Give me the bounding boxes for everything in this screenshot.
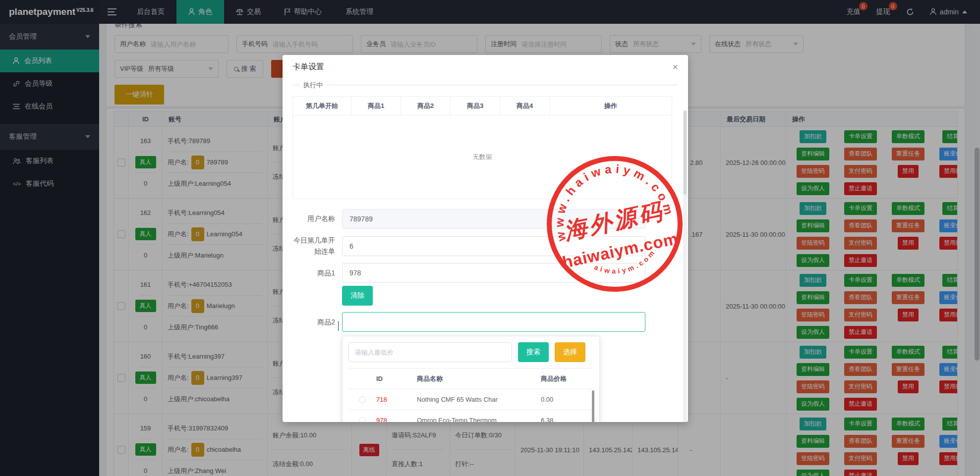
min-price-input[interactable] bbox=[348, 342, 512, 362]
product-price: 6.38 bbox=[541, 417, 593, 422]
product-price: 0.00 bbox=[541, 396, 593, 403]
product-row: 718 Nothing CMF 65 Watts Char 0.00 bbox=[348, 389, 593, 410]
close-icon[interactable]: × bbox=[672, 62, 678, 72]
username-label: 用户名称 bbox=[292, 213, 335, 224]
dropdown-search-button[interactable]: 搜索 bbox=[518, 342, 549, 362]
exec-column-header: 商品4 bbox=[500, 97, 550, 115]
product-radio[interactable] bbox=[359, 396, 366, 403]
product-table-header: ID 商品名称 商品价格 bbox=[348, 369, 593, 389]
product-name: Nothing CMF 65 Watts Char bbox=[417, 396, 541, 403]
dropdown-select-button[interactable]: 选择 bbox=[555, 342, 585, 362]
exec-column-header: 第几单开始 bbox=[293, 97, 351, 115]
product2-label: 商品2 bbox=[292, 317, 335, 328]
executing-section: 执行中 bbox=[292, 85, 678, 85]
exec-column-header: 商品1 bbox=[351, 97, 401, 115]
modal-title: 卡单设置 bbox=[292, 62, 324, 72]
product-picker-dropdown: 搜索 选择 ID 商品名称 商品价格 718 Nothing CMF 65 Wa… bbox=[342, 336, 600, 422]
product2-input[interactable] bbox=[342, 312, 645, 332]
product-table-scrollbar[interactable] bbox=[592, 390, 594, 422]
product-radio[interactable] bbox=[359, 417, 366, 422]
product-table: ID 商品名称 商品价格 718 Nothing CMF 65 Watts Ch… bbox=[348, 368, 593, 422]
product1-label: 商品1 bbox=[292, 268, 335, 279]
exec-column-header: 操作 bbox=[550, 97, 672, 115]
product-row: 978 Omron Eco-Temp Thermom 6.38 bbox=[348, 410, 593, 422]
product-id: 718 bbox=[376, 396, 417, 403]
text-caret bbox=[338, 321, 339, 331]
exec-column-header: 商品3 bbox=[451, 97, 500, 115]
exec-column-header: 商品2 bbox=[401, 97, 451, 115]
product-id: 978 bbox=[376, 417, 417, 422]
start-order-label: 今日第几单开始连单 bbox=[292, 235, 335, 257]
product-name: Omron Eco-Temp Thermom bbox=[417, 417, 541, 422]
clear-button[interactable]: 清除 bbox=[342, 286, 373, 306]
watermark-stamp: www.haiwaiym.com 海外源码 haiwaiym.com haiwa… bbox=[540, 150, 689, 298]
